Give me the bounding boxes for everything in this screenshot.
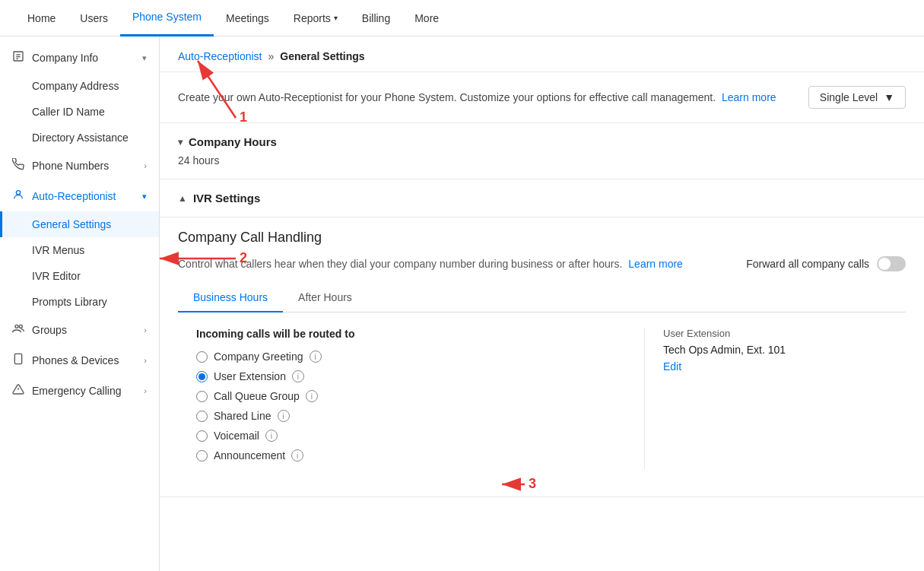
nav-users[interactable]: Users [68, 0, 120, 36]
route-call-queue-label: Call Queue Group [214, 390, 300, 402]
phone-numbers-arrow-icon: › [144, 161, 147, 170]
call-control-description: Control what callers hear when they dial… [178, 258, 746, 270]
call-handling-learn-more-link[interactable]: Learn more [628, 258, 683, 270]
groups-icon [12, 322, 24, 338]
auto-receptionist-label: Auto-Receptionist [32, 190, 116, 202]
sidebar-section-phones-devices: Phones & Devices › [0, 345, 159, 376]
business-hours-tabs: Business Hours After Hours [178, 284, 906, 312]
breadcrumb-parent[interactable]: Auto-Receptionist [178, 50, 262, 62]
route-shared-line: Shared Line i [196, 410, 626, 422]
company-info-expand-icon: ▾ [142, 53, 147, 63]
call-control-row: Control what callers hear when they dial… [178, 256, 906, 271]
company-hours-value: 24 hours [178, 154, 906, 167]
sidebar-item-company-address[interactable]: Company Address [0, 73, 159, 99]
sidebar-section-auto-receptionist: Auto-Receptionist ▾ General Settings IVR… [0, 181, 159, 315]
app-body: Company Info ▾ Company Address Caller ID… [0, 36, 924, 571]
nav-billing[interactable]: Billing [350, 0, 402, 36]
sidebar-item-phone-numbers[interactable]: Phone Numbers › [0, 151, 159, 181]
user-extension-info-icon[interactable]: i [292, 370, 304, 382]
ivr-settings-section: ▲ IVR Settings [160, 179, 924, 217]
phones-devices-label: Phones & Devices [32, 354, 119, 366]
breadcrumb-separator: » [268, 50, 275, 62]
company-info-label: Company Info [32, 52, 98, 64]
route-company-greeting-radio[interactable] [196, 351, 208, 363]
auto-receptionist-expand-icon: ▾ [142, 192, 147, 201]
route-announcement-label: Announcement [214, 449, 285, 462]
sidebar-item-phones-devices[interactable]: Phones & Devices › [0, 345, 159, 376]
forward-all-calls-label: Forward all company calls [746, 258, 869, 270]
sidebar-item-prompts-library[interactable]: Prompts Library [0, 289, 159, 315]
intro-learn-more-link[interactable]: Learn more [722, 91, 776, 103]
sidebar-section-groups: Groups › [0, 315, 159, 345]
route-company-greeting-label: Company Greeting [214, 351, 303, 363]
call-queue-info-icon[interactable]: i [306, 390, 318, 402]
routing-heading: Incoming calls will be routed to [196, 328, 626, 340]
company-info-children: Company Address Caller ID Name Directory… [0, 73, 159, 151]
sidebar-item-emergency-calling[interactable]: Emergency Calling › [0, 376, 159, 406]
phones-devices-icon [12, 353, 24, 368]
sidebar-section-emergency-calling: Emergency Calling › [0, 376, 159, 406]
groups-arrow-icon: › [144, 325, 147, 335]
nav-home[interactable]: Home [15, 0, 68, 36]
forward-all-calls-toggle[interactable] [877, 256, 906, 271]
route-user-extension-radio[interactable] [196, 371, 208, 382]
company-hours-toggle[interactable]: ▾ Company Hours [178, 135, 906, 148]
voicemail-info-icon[interactable]: i [265, 430, 278, 442]
route-voicemail: Voicemail i [196, 430, 626, 442]
ivr-settings-toggle[interactable]: ▲ IVR Settings [178, 192, 906, 205]
svg-rect-7 [14, 354, 21, 363]
ivr-settings-title: IVR Settings [193, 192, 260, 205]
route-user-extension: User Extension i [196, 370, 626, 382]
route-announcement-radio[interactable] [196, 450, 208, 462]
nav-meetings[interactable]: Meetings [214, 0, 281, 36]
route-announcement: Announcement i [196, 449, 626, 462]
breadcrumb: Auto-Receptionist » General Settings [160, 36, 924, 72]
svg-point-5 [15, 325, 18, 328]
company-hours-section: ▾ Company Hours 24 hours [160, 123, 924, 179]
emergency-calling-icon [12, 383, 24, 398]
sidebar-item-directory-assistance[interactable]: Directory Assistance [0, 125, 159, 151]
groups-label: Groups [32, 324, 67, 336]
tab-business-hours[interactable]: Business Hours [178, 284, 283, 312]
route-shared-line-radio[interactable] [196, 411, 208, 422]
edit-extension-link[interactable]: Edit [663, 360, 681, 373]
sidebar-item-company-info[interactable]: Company Info ▾ [0, 43, 159, 73]
nav-phone-system[interactable]: Phone System [120, 0, 214, 36]
routing-section: Incoming calls will be routed to Company… [178, 312, 906, 484]
company-hours-collapse-icon: ▾ [178, 137, 183, 148]
announcement-info-icon[interactable]: i [291, 449, 303, 462]
call-handling-section: Company Call Handling Control what calle… [160, 217, 924, 497]
sidebar-item-ivr-menus[interactable]: IVR Menus [0, 237, 159, 263]
route-voicemail-label: Voicemail [214, 430, 259, 442]
phones-devices-arrow-icon: › [144, 356, 147, 365]
routing-details-panel: User Extension Tech Ops Admin, Ext. 101 … [644, 328, 887, 469]
nav-more[interactable]: More [402, 0, 451, 36]
sidebar: Company Info ▾ Company Address Caller ID… [0, 36, 160, 571]
auto-receptionist-children: General Settings IVR Menus IVR Editor Pr… [0, 211, 159, 315]
nav-reports[interactable]: Reports ▾ [281, 0, 350, 36]
sidebar-item-auto-receptionist[interactable]: Auto-Receptionist ▾ [0, 181, 159, 211]
sidebar-section-company-info: Company Info ▾ Company Address Caller ID… [0, 43, 159, 151]
sidebar-item-caller-id[interactable]: Caller ID Name [0, 99, 159, 125]
company-greeting-info-icon[interactable]: i [310, 351, 322, 363]
level-dropdown-chevron-icon: ▼ [884, 91, 894, 103]
level-dropdown-button[interactable]: Single Level ▼ [808, 86, 906, 109]
reports-chevron-icon: ▾ [334, 14, 338, 22]
phone-numbers-label: Phone Numbers [32, 160, 109, 172]
emergency-calling-label: Emergency Calling [32, 385, 122, 397]
route-user-extension-label: User Extension [214, 370, 286, 382]
svg-point-4 [16, 191, 20, 195]
route-company-greeting: Company Greeting i [196, 351, 626, 363]
route-voicemail-radio[interactable] [196, 430, 208, 442]
tab-after-hours[interactable]: After Hours [283, 284, 367, 312]
intro-text: Create your own Auto-Receptionist for yo… [178, 91, 790, 103]
phone-numbers-icon [12, 158, 24, 173]
sidebar-item-groups[interactable]: Groups › [0, 315, 159, 345]
sidebar-item-general-settings[interactable]: General Settings [0, 211, 159, 237]
call-handling-title: Company Call Handling [178, 230, 906, 246]
forward-toggle-row: Forward all company calls [746, 256, 906, 271]
sidebar-item-ivr-editor[interactable]: IVR Editor [0, 263, 159, 289]
company-hours-title: Company Hours [189, 135, 277, 148]
route-call-queue-radio[interactable] [196, 391, 208, 402]
shared-line-info-icon[interactable]: i [278, 410, 290, 422]
